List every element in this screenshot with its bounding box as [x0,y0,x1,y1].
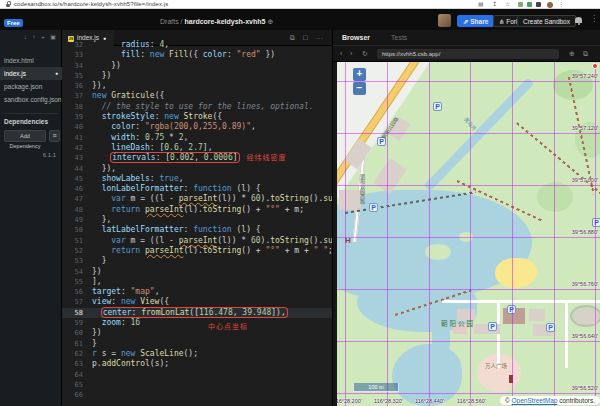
graticule-vline [554,62,555,406]
file-row[interactable]: sandbox.config.json [0,93,62,106]
code-line[interactable]: 66 [62,390,332,400]
zoom-in-button[interactable]: + [353,68,366,81]
code-line[interactable]: 43 intervals: [0.002, 0.0006]经纬线密度 [62,153,332,163]
code-token: : [135,133,145,142]
line-number: 66 [62,390,92,400]
code-token: } [92,339,97,348]
notifications-bell-icon[interactable] [575,17,582,23]
zoom-out-button[interactable]: − [353,82,366,95]
browser-profile-avatar[interactable] [547,2,553,8]
sandbox-title[interactable]: hardcore-keldysh-xvhh5 [185,18,266,25]
code-line[interactable]: 49 }, [62,215,332,225]
forward-icon[interactable]: › [350,50,352,57]
dependency-menu-icon[interactable]: ≡ [49,130,60,142]
user-avatar[interactable] [438,14,451,27]
openstreetmap-link[interactable]: OpenStreetMap [512,397,558,404]
explorer-toolbar-icons[interactable]: ↓ ↑ + ▣ [24,33,58,40]
code-line[interactable]: 60}) [62,328,332,338]
code-line[interactable]: 47 var m = ((l - parseInt(l)) * 60).toSt… [62,194,332,204]
browser-chrome-bar: codesandbox.io/s/hardcore-keldysh-xvhh5?… [0,0,600,9]
dependencies-section-header[interactable]: Dependencies [4,113,58,125]
code-editor[interactable]: JSindex.js● ⧉ ▢ ⋯ 32 radius: 4,33 fill: … [62,30,332,406]
code-line[interactable]: 33 fill: new Fill({ color: "red" }) [62,50,332,60]
file-row[interactable]: package.json [0,80,62,93]
code-line[interactable]: 59 zoom: 16 [62,318,332,328]
code-line[interactable]: 52 return parseInt(l).toString() + "°" +… [62,246,332,256]
breadcrumb-parent[interactable]: Drafts [160,18,179,25]
download-icon[interactable]: ▤ [478,1,484,8]
file-row[interactable]: index.js● [0,67,62,80]
code-line[interactable]: 58 center: fromLonLat([116.478, 39.948])… [62,308,332,318]
code-line[interactable]: 48 return parseInt(l).toString() + "°" +… [62,205,332,215]
header-menu-icon[interactable]: ⋮ [590,14,598,23]
code-line[interactable]: 55], [62,277,332,287]
code-line[interactable]: 65 [62,380,332,390]
code-token: , [155,287,160,296]
code-line[interactable]: 39 strokeStyle: new Stroke({ [62,112,332,122]
code-token: ] [233,153,238,162]
back-icon[interactable]: ‹ [340,50,342,57]
code-line[interactable]: 50 latLabelFormatter: function (l) { [62,225,332,235]
create-sandbox-button[interactable]: Create Sandbox [517,15,576,27]
line-number: 51 [62,236,92,246]
code-token: toString [203,205,242,214]
openlayers-map[interactable]: H 朝阳公园 万人广场 朝阳公园路 朝阳公园西路 亮马河 39°57.240'3… [337,62,600,406]
code-token: fromLonLat [141,308,189,317]
browser-menu-icon[interactable]: ⋮ [558,1,564,8]
code-token: "red" [237,50,261,59]
browser-address-text[interactable]: codesandbox.io/s/hardcore-keldysh-xvhh5?… [14,1,168,7]
privacy-globe-icon[interactable]: ⊕ [267,18,273,25]
code-line[interactable]: 34 }) [62,61,332,71]
tab-browser[interactable]: Browser [342,30,370,46]
code-line[interactable]: 37new Graticule({ [62,91,332,101]
breadcrumb[interactable]: Drafts / hardcore-keldysh-xvhh5 ⊕ [160,18,273,26]
code-line[interactable]: 36}), [62,81,332,91]
devtools-icon[interactable]: ⊕ [569,50,575,58]
code-line[interactable]: 56target: "map", [62,287,332,297]
code-line[interactable]: 63p.addControl(s); [62,359,332,369]
code-line[interactable]: 54}) [62,267,332,277]
code-line[interactable]: 62r s = new ScaleLine(); [62,349,332,359]
graticule-vline [512,62,513,406]
code-line[interactable]: 44 }), [62,164,332,174]
code-token: new [121,297,140,306]
code-token: substring [323,236,332,245]
extension-icon[interactable] [527,2,532,7]
extensions-puzzle-icon[interactable] [536,2,541,7]
file-row[interactable]: index.html [0,54,62,67]
share-button[interactable]: ⇗ Share [457,15,494,27]
code-line[interactable]: 45 showLabels: true, [62,174,332,184]
code-line[interactable]: 53 } [62,256,332,266]
tab-tests[interactable]: Tests [391,30,407,46]
code-line[interactable]: 64 [62,370,332,380]
graticule-hline [337,289,600,290]
code-line[interactable]: 41 width: 0.75 * 2, [62,133,332,143]
square-name-label: 万人广场 [483,362,509,370]
code-lines[interactable]: 32 radius: 4,33 fill: new Fill({ color: … [62,46,332,400]
code-token: + m + [280,246,314,255]
code-line[interactable]: 57view: new View({ [62,297,332,307]
share-icon[interactable]: ↥ [492,1,497,8]
graticule-hline [337,393,600,394]
code-token: , [179,143,189,152]
code-line[interactable]: 42 lineDash: [0.6, 2.7], [62,143,332,153]
graticule-hline [337,133,600,134]
open-external-icon[interactable]: ⧉ [583,50,588,58]
code-line[interactable]: 61} [62,339,332,349]
line-number: 59 [62,318,92,328]
refresh-icon[interactable]: ↻ [362,50,368,58]
code-line[interactable]: 38 // the style to use for the lines, op… [62,102,332,112]
code-line[interactable]: 46 lonLabelFormatter: function (l) { [62,184,332,194]
bookmark-star-icon[interactable]: ☆ [505,1,510,8]
extension-icon[interactable] [518,2,523,7]
lat-label: 39°56.880' [572,229,598,235]
code-line[interactable]: 35 }) [62,71,332,81]
code-line[interactable]: 32 radius: 4, [62,40,332,50]
pond [392,344,462,406]
code-line[interactable]: 51 var m = ((l - parseInt(l)) * 60).toSt… [62,236,332,246]
attribution-suffix: contributors. [557,397,595,404]
lat-label: 39°56.640' [572,333,598,339]
code-line[interactable]: 40 color: "rgba(200,0,255,0.89)", [62,122,332,132]
preview-url-field[interactable]: https://xvhh5.csb.app/ [377,49,559,59]
add-dependency-button[interactable]: Add Dependency [4,130,46,142]
